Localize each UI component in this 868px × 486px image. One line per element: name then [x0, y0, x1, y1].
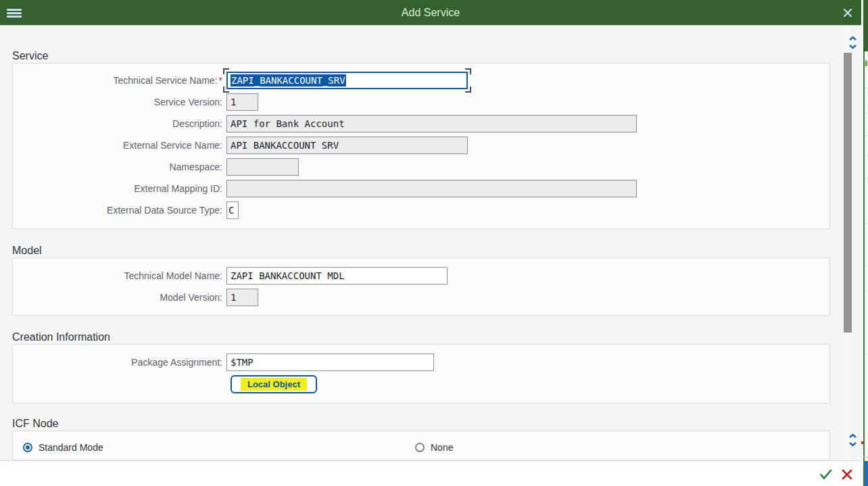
radio-standard-mode[interactable]: Standard Mode [23, 442, 103, 453]
external-service-name-label: External Service Name: [13, 140, 226, 151]
form-row: Description: [13, 115, 829, 132]
underlay-border [863, 0, 865, 486]
radio-icon-unselected [415, 443, 425, 452]
technical-model-name-label: Technical Model Name: [13, 270, 226, 281]
description-label: Description: [13, 118, 226, 129]
external-mapping-id-input[interactable] [226, 180, 637, 197]
scroll-up-icon-bottom[interactable] [848, 433, 857, 439]
package-assignment-input[interactable] [226, 354, 434, 371]
section-title-creation-information: Creation Information [12, 331, 830, 344]
form-row: External Service Name: [13, 137, 829, 154]
external-service-name-input[interactable] [226, 137, 468, 154]
namespace-label: Namespace: [13, 162, 226, 172]
dialog-titlebar: Add Service [0, 0, 861, 26]
service-version-label: Service Version: [13, 97, 226, 107]
underlay-scrollbar-fragment [865, 461, 868, 486]
model-version-label: Model Version: [13, 292, 226, 303]
form-row: Local Object [13, 375, 829, 393]
dialog-title: Add Service [0, 0, 861, 26]
cancel-x-icon[interactable] [841, 468, 854, 481]
add-service-dialog: Add Service Service Technical Service Na… [0, 0, 861, 486]
radio-icon-selected [23, 443, 32, 452]
service-version-input[interactable] [226, 93, 258, 111]
external-data-source-type-input[interactable] [226, 201, 239, 219]
scroll-up-icon[interactable] [848, 35, 857, 42]
technical-service-name-input[interactable]: ZAPI_BANKACCOUNT_SRV [226, 72, 468, 89]
dialog-footer [0, 460, 861, 486]
model-version-input[interactable] [226, 289, 258, 306]
form-row: Namespace: [13, 158, 829, 176]
confirm-check-icon[interactable] [819, 468, 833, 481]
dialog-content: Service Technical Service Name:* ZAPI_BA… [12, 26, 830, 460]
section-title-model: Model [12, 244, 830, 258]
standard-mode-label: Standard Mode [39, 442, 103, 453]
underlay-red-mark [861, 441, 863, 444]
external-mapping-id-label: External Mapping ID: [13, 183, 226, 194]
description-input[interactable] [226, 115, 637, 132]
underlay-text-fragment: it [865, 58, 868, 68]
selected-text: ZAPI_BANKACCOUNT_SRV [231, 74, 346, 87]
technical-service-name-label: Technical Service Name: [113, 75, 217, 86]
form-row: Model Version: [13, 289, 829, 306]
package-assignment-label: Package Assignment: [13, 357, 226, 368]
icf-node-panel: Standard Mode None [12, 431, 830, 460]
scrollbar-thumb[interactable] [844, 53, 852, 333]
section-title-icf-node: ICF Node [12, 417, 830, 431]
external-data-source-type-label: External Data Source Type: [13, 205, 226, 216]
local-object-button-label: Local Object [241, 378, 307, 391]
underlay-header [863, 0, 868, 51]
technical-model-name-input[interactable] [226, 267, 448, 285]
namespace-input[interactable] [226, 158, 299, 176]
creation-information-panel: Package Assignment: Local Object [12, 344, 830, 404]
local-object-button[interactable]: Local Object [231, 375, 317, 393]
form-row: Service Version: [13, 93, 829, 111]
form-row: Package Assignment: [13, 354, 829, 371]
section-title-service: Service [12, 49, 830, 63]
model-panel: Technical Model Name: Model Version: [12, 258, 830, 316]
vertical-scrollbar [841, 26, 861, 460]
form-row: Technical Service Name:* ZAPI_BANKACCOUN… [13, 72, 829, 89]
form-row: External Mapping ID: [13, 180, 829, 197]
scroll-down-icon-bottom[interactable] [848, 441, 857, 447]
scroll-down-icon[interactable] [848, 43, 857, 50]
close-icon[interactable] [842, 7, 853, 18]
required-asterisk: * [219, 75, 222, 86]
service-panel: Technical Service Name:* ZAPI_BANKACCOUN… [12, 63, 830, 229]
none-label: None [431, 442, 453, 453]
radio-none[interactable]: None [415, 442, 453, 453]
form-row: External Data Source Type: [13, 201, 829, 219]
technical-service-name-field-wrap: ZAPI_BANKACCOUNT_SRV [226, 72, 468, 89]
underlying-window-sliver: it [861, 0, 868, 486]
form-row: Technical Model Name: [13, 267, 829, 285]
